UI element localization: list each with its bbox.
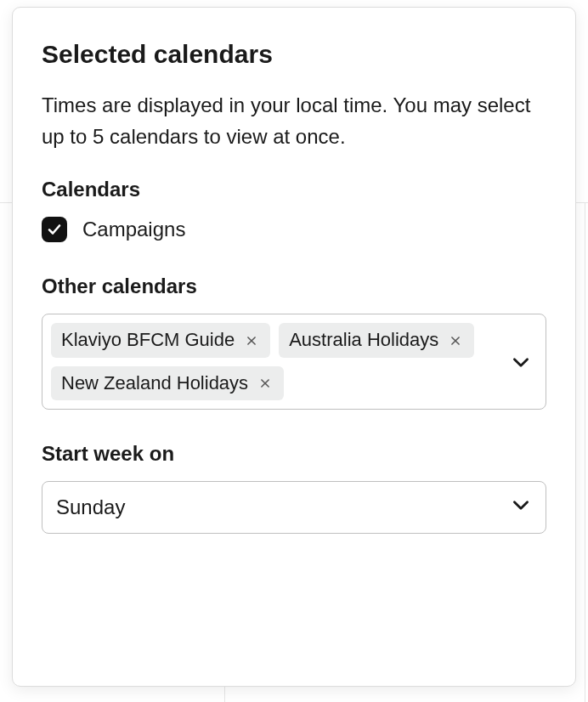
remove-chip-button[interactable] <box>243 332 260 349</box>
calendar-chip: Australia Holidays <box>279 323 474 357</box>
chip-label: Australia Holidays <box>289 329 438 351</box>
calendar-option-label: Campaigns <box>82 218 185 241</box>
chevron-down-icon[interactable] <box>510 351 532 373</box>
chevron-down-icon <box>510 494 532 521</box>
remove-chip-button[interactable] <box>257 375 274 392</box>
chip-label: New Zealand Holidays <box>61 372 248 394</box>
chip-label: Klaviyo BFCM Guide <box>61 329 235 351</box>
panel-description: Times are displayed in your local time. … <box>42 89 546 152</box>
selected-calendars-panel: Selected calendars Times are displayed i… <box>12 7 576 687</box>
start-week-select[interactable]: Sunday <box>42 481 546 534</box>
start-week-value: Sunday <box>56 495 125 519</box>
other-calendars-section-label: Other calendars <box>42 275 546 298</box>
remove-chip-button[interactable] <box>447 332 464 349</box>
background-grid-line <box>585 202 585 702</box>
start-week-section-label: Start week on <box>42 442 546 466</box>
other-calendars-multiselect[interactable]: Klaviyo BFCM Guide Australia Holidays Ne… <box>42 314 546 410</box>
calendars-section-label: Calendars <box>42 178 546 201</box>
calendar-chip: Klaviyo BFCM Guide <box>51 323 270 357</box>
calendar-option-campaigns[interactable]: Campaigns <box>42 217 546 242</box>
panel-title: Selected calendars <box>42 40 546 69</box>
calendar-chip: New Zealand Holidays <box>51 366 284 400</box>
checkbox-checked-icon[interactable] <box>42 217 67 242</box>
